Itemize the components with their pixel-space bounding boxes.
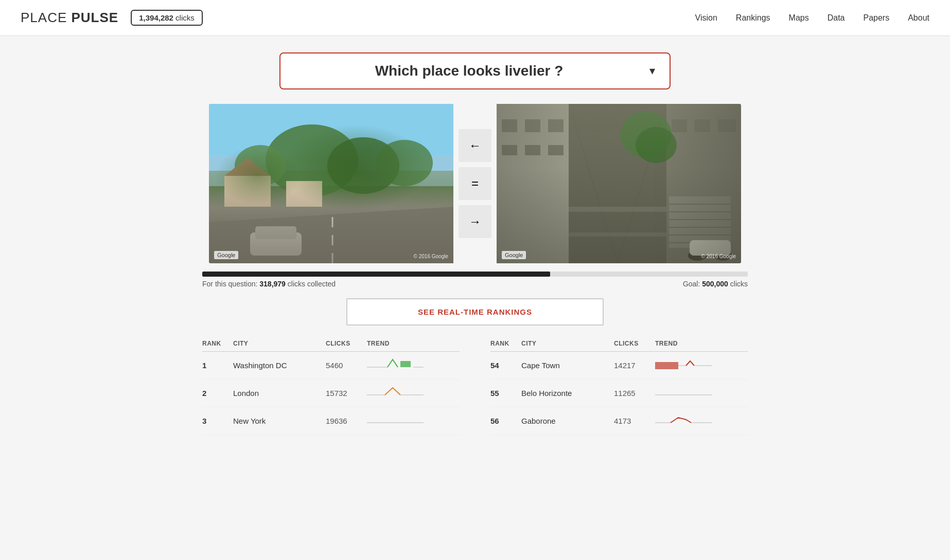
rank-clicks: 15732 [326, 389, 367, 398]
right-copyright: © 2016 Google [701, 254, 736, 259]
nav-vision[interactable]: Vision [695, 13, 717, 23]
header-rank-right: RANK [490, 340, 521, 347]
svg-rect-26 [525, 145, 540, 155]
goal-count: 500,000 [702, 280, 728, 288]
vote-equal-button[interactable]: = [459, 167, 491, 200]
svg-rect-16 [666, 104, 741, 263]
right-image[interactable]: Google © 2016 Google [497, 104, 741, 263]
svg-rect-25 [502, 145, 517, 155]
vote-right-button[interactable]: → [459, 205, 491, 238]
header-rank-left: RANK [202, 340, 233, 347]
clicks-collected-count: 318,979 [259, 280, 286, 288]
table-row: 56 Gaborone 4173 [490, 407, 748, 435]
see-rankings-button[interactable]: SEE REAL-TIME RANKINGS [346, 298, 604, 326]
table-row: 55 Belo Horizonte 11265 [490, 380, 748, 407]
svg-point-5 [376, 140, 433, 186]
rank-number: 2 [202, 389, 233, 398]
chevron-down-icon: ▾ [649, 64, 655, 78]
question-text: Which place looks livelier ? [295, 63, 643, 79]
rank-clicks: 14217 [614, 361, 655, 370]
rankings-right-col: RANK CITY CLICKS TREND 54 Cape Town 1421… [490, 340, 748, 435]
rank-city: Cape Town [521, 361, 614, 370]
progress-bar-fill [202, 272, 550, 277]
trend-chart [367, 357, 460, 374]
svg-rect-21 [569, 232, 666, 237]
goal-suffix: clicks [728, 280, 748, 288]
goal-label: Goal: 500,000 clicks [683, 280, 748, 288]
svg-rect-44 [400, 361, 411, 367]
trend-chart [655, 412, 748, 429]
svg-rect-20 [569, 207, 666, 212]
svg-point-41 [620, 112, 672, 158]
table-row: 1 Washington DC 5460 [202, 352, 460, 380]
nav-papers[interactable]: Papers [863, 13, 889, 23]
rank-city: London [233, 389, 326, 398]
logo-pulse: PULSE [72, 10, 119, 25]
header-clicks-left: CLICKS [326, 340, 367, 347]
rank-clicks: 5460 [326, 361, 367, 370]
svg-rect-0 [209, 104, 453, 171]
nav-rankings[interactable]: Rankings [736, 13, 770, 23]
svg-rect-28 [672, 119, 687, 132]
svg-rect-27 [548, 145, 564, 155]
question-bold: livelier [505, 63, 551, 79]
rank-number: 56 [490, 417, 521, 425]
question-label-text: For this question: [202, 280, 259, 288]
trend-chart [655, 357, 748, 374]
rankings-right-header: RANK CITY CLICKS TREND [490, 340, 748, 352]
clicks-collected-label: For this question: 318,979 clicks collec… [202, 280, 336, 288]
svg-rect-23 [525, 119, 540, 132]
svg-rect-24 [548, 119, 564, 132]
svg-rect-14 [497, 104, 569, 263]
header-trend-left: TREND [367, 340, 460, 347]
clicks-label: clicks [175, 13, 195, 22]
vote-left-button[interactable]: ← [459, 129, 491, 162]
rankings-left-header: RANK CITY CLICKS TREND [202, 340, 460, 352]
vote-buttons: ← = → [453, 129, 497, 238]
question-dropdown[interactable]: Which place looks livelier ? ▾ [279, 52, 671, 89]
arrow-left-icon: ← [469, 138, 481, 153]
trend-chart [367, 412, 460, 429]
question-suffix: ? [550, 63, 563, 79]
svg-rect-8 [286, 181, 322, 207]
logo-place: PLACE [21, 10, 67, 25]
right-google-watermark: Google [502, 251, 526, 259]
nav-about[interactable]: About [908, 13, 929, 23]
header-trend-right: TREND [655, 340, 748, 347]
svg-rect-22 [502, 119, 517, 132]
svg-line-18 [569, 104, 618, 263]
header-city-left: CITY [233, 340, 326, 347]
header-city-right: CITY [521, 340, 614, 347]
header: PLACE PULSE 1,394,282 clicks Vision Rank… [0, 0, 950, 36]
svg-marker-17 [569, 104, 666, 263]
equal-icon: = [471, 176, 479, 191]
nav-data[interactable]: Data [828, 13, 845, 23]
clicks-badge: 1,394,282 clicks [131, 10, 203, 26]
rankings-button-wrap: SEE REAL-TIME RANKINGS [202, 298, 748, 326]
rank-city: Gaborone [521, 417, 614, 425]
svg-marker-7 [224, 158, 271, 176]
rank-number: 54 [490, 361, 521, 370]
rank-clicks: 11265 [614, 389, 655, 398]
arrow-right-icon: → [469, 214, 481, 229]
trend-chart [367, 385, 460, 402]
svg-point-3 [327, 137, 399, 194]
rank-number: 3 [202, 417, 233, 425]
svg-rect-13 [497, 104, 741, 263]
clicks-suffix: clicks collected [286, 280, 336, 288]
rank-clicks: 19636 [326, 417, 367, 425]
svg-point-2 [266, 124, 358, 196]
progress-labels: For this question: 318,979 clicks collec… [202, 280, 748, 288]
progress-section: For this question: 318,979 clicks collec… [202, 272, 748, 288]
rankings-table: RANK CITY CLICKS TREND 1 Washington DC 5… [202, 340, 748, 435]
trend-chart [655, 385, 748, 402]
svg-point-4 [235, 145, 286, 186]
clicks-count: 1,394,282 [139, 13, 173, 22]
left-google-watermark: Google [214, 251, 238, 259]
left-image[interactable]: Google © 2016 Google [209, 104, 453, 263]
rank-number: 55 [490, 389, 521, 398]
rank-clicks: 4173 [614, 417, 655, 425]
svg-rect-31 [669, 196, 731, 248]
nav-maps[interactable]: Maps [789, 13, 809, 23]
main-content: Which place looks livelier ? ▾ [192, 36, 758, 456]
